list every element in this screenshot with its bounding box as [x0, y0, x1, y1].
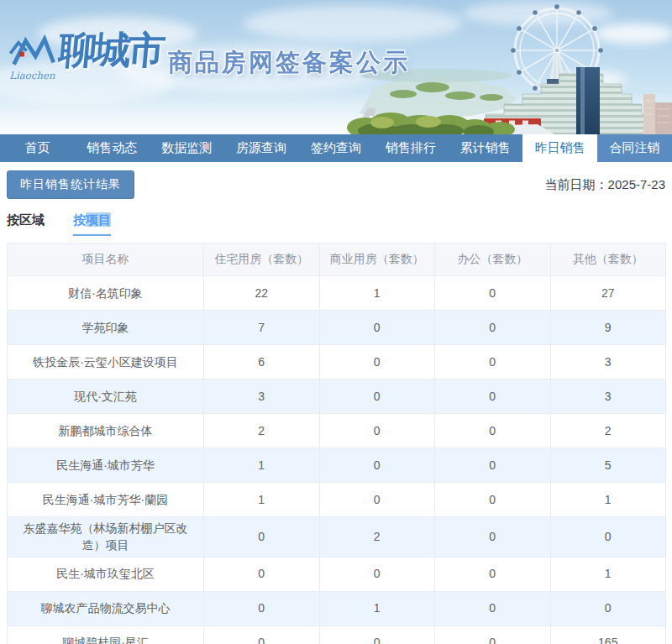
banner: Liaocheng 聊城市 商品房网签备案公示	[0, 0, 672, 134]
value-cell: 3	[550, 380, 666, 414]
nav-item-sales-ranking[interactable]: 销售排行	[373, 134, 448, 162]
value-cell: 1	[550, 483, 666, 517]
project-name-cell: 新鹏都城市综合体	[8, 414, 204, 448]
nav-item-cumulative-sales[interactable]: 累计销售	[448, 134, 522, 162]
value-cell: 0	[319, 380, 435, 414]
value-cell: 0	[435, 591, 551, 626]
column-header: 住宅用房（套数）	[204, 243, 320, 276]
banner-title: 商品房网签备案公示	[168, 46, 410, 80]
table-row: 铁投金辰·云玺小区建设项目6003	[8, 345, 666, 380]
liaocheng-logo: Liaocheng	[8, 32, 55, 82]
logo-script-text: Liaocheng	[9, 70, 55, 81]
table-row: 东盛嘉华苑（林场新村棚户区改造）项目0200	[8, 517, 666, 558]
nav-item-sales-activity[interactable]: 销售动态	[75, 134, 150, 162]
table-header-row: 项目名称住宅用房（套数）商业用房（套数）办公（套数）其他（套数）	[8, 243, 666, 276]
content-area: 昨日销售统计结果 当前日期：2025-7-23 按区域 按项目 项目名称住宅用房…	[0, 172, 672, 644]
value-cell: 0	[435, 345, 551, 380]
value-cell: 1	[204, 483, 320, 517]
tab-by-region[interactable]: 按区域	[7, 212, 45, 236]
project-name-cell: 现代·文汇苑	[8, 380, 204, 414]
value-cell: 1	[550, 557, 666, 591]
value-cell: 3	[550, 345, 666, 380]
value-cell: 165	[550, 626, 666, 644]
current-date-label: 当前日期：	[545, 177, 608, 191]
column-header: 项目名称	[8, 243, 204, 276]
city-name-calligraphy: 聊城市	[56, 25, 164, 76]
project-name-cell: 学苑印象	[8, 311, 204, 345]
column-header: 其他（套数）	[550, 243, 666, 276]
table-row: 现代·文汇苑3003	[8, 380, 666, 414]
value-cell: 0	[435, 483, 551, 517]
value-cell: 0	[204, 591, 320, 626]
project-name-cell: 聊城碧桂园·星汇	[8, 626, 204, 644]
value-cell: 0	[319, 626, 435, 644]
view-tabs: 按区域 按项目	[7, 212, 665, 236]
value-cell: 0	[319, 414, 435, 448]
table-body: 财信·名筑印象221027学苑印象7009铁投金辰·云玺小区建设项目6003现代…	[8, 276, 666, 644]
value-cell: 0	[319, 311, 435, 345]
project-name-cell: 聊城农产品物流交易中心	[8, 591, 204, 626]
toolbar: 昨日销售统计结果 当前日期：2025-7-23	[7, 172, 665, 197]
nav-item-home[interactable]: 首页	[0, 134, 75, 162]
project-name-cell: 东盛嘉华苑（林场新村棚户区改造）项目	[8, 517, 204, 558]
project-name-cell: 民生海通·城市芳华	[8, 448, 204, 483]
value-cell: 0	[435, 414, 551, 448]
value-cell: 0	[435, 517, 551, 558]
project-name-cell: 财信·名筑印象	[8, 276, 204, 311]
value-cell: 5	[550, 448, 666, 483]
value-cell: 0	[319, 483, 435, 517]
table-row: 民生海通·城市芳华·蘭园1001	[8, 483, 666, 517]
value-cell: 7	[204, 311, 320, 345]
nav-item-listing-query[interactable]: 房源查询	[224, 134, 299, 162]
value-cell: 1	[319, 276, 435, 311]
value-cell: 0	[550, 591, 666, 626]
table-row: 财信·名筑印象221027	[8, 276, 666, 311]
main-nav: 首页销售动态数据监测房源查询签约查询销售排行累计销售昨日销售合同注销	[0, 134, 672, 162]
value-cell: 0	[319, 557, 435, 591]
tab-by-project-text: 按	[73, 212, 86, 227]
value-cell: 0	[435, 448, 551, 483]
nav-item-signing-query[interactable]: 签约查询	[299, 134, 374, 162]
table-row: 新鹏都城市综合体2002	[8, 414, 666, 448]
value-cell: 0	[204, 557, 320, 591]
nav-item-contract-cancellation[interactable]: 合同注销	[597, 134, 672, 162]
value-cell: 0	[435, 380, 551, 414]
project-name-cell: 民生海通·城市芳华·蘭园	[8, 483, 204, 517]
value-cell: 2	[204, 414, 320, 448]
current-date: 当前日期：2025-7-23	[545, 177, 665, 193]
project-name-cell: 铁投金辰·云玺小区建设项目	[8, 345, 204, 380]
nav-item-data-monitor[interactable]: 数据监测	[150, 134, 224, 162]
value-cell: 22	[204, 276, 320, 311]
value-cell: 0	[435, 626, 551, 644]
value-cell: 0	[435, 557, 551, 591]
value-cell: 0	[319, 448, 435, 483]
value-cell: 1	[319, 591, 435, 626]
value-cell: 3	[204, 380, 320, 414]
value-cell: 0	[550, 517, 666, 558]
nav-item-yesterday-sales[interactable]: 昨日销售	[522, 134, 597, 162]
tab-by-project[interactable]: 按项目	[73, 212, 111, 236]
value-cell: 27	[550, 276, 666, 311]
project-name-cell: 民生·城市玖玺北区	[8, 557, 204, 591]
value-cell: 0	[204, 626, 320, 644]
value-cell: 2	[319, 517, 435, 558]
value-cell: 0	[435, 276, 551, 311]
project-sales-table: 项目名称住宅用房（套数）商业用房（套数）办公（套数）其他（套数） 财信·名筑印象…	[7, 243, 666, 644]
tab-by-project-selected-text: 项目	[86, 212, 111, 227]
value-cell: 0	[319, 345, 435, 380]
value-cell: 6	[204, 345, 320, 380]
table-row: 学苑印象7009	[8, 311, 666, 345]
table-row: 民生·城市玖玺北区0001	[8, 557, 666, 591]
current-date-value: 2025-7-23	[608, 177, 665, 191]
value-cell: 0	[435, 311, 551, 345]
yesterday-sales-result-button[interactable]: 昨日销售统计结果	[7, 170, 134, 199]
column-header: 办公（套数）	[435, 243, 551, 276]
table-row: 聊城农产品物流交易中心0100	[8, 591, 666, 626]
column-header: 商业用房（套数）	[319, 243, 435, 276]
value-cell: 9	[550, 311, 666, 345]
value-cell: 2	[550, 414, 666, 448]
value-cell: 1	[204, 448, 320, 483]
value-cell: 0	[204, 517, 320, 558]
table-row: 民生海通·城市芳华1005	[8, 448, 666, 483]
table-row: 聊城碧桂园·星汇000165	[8, 626, 666, 644]
